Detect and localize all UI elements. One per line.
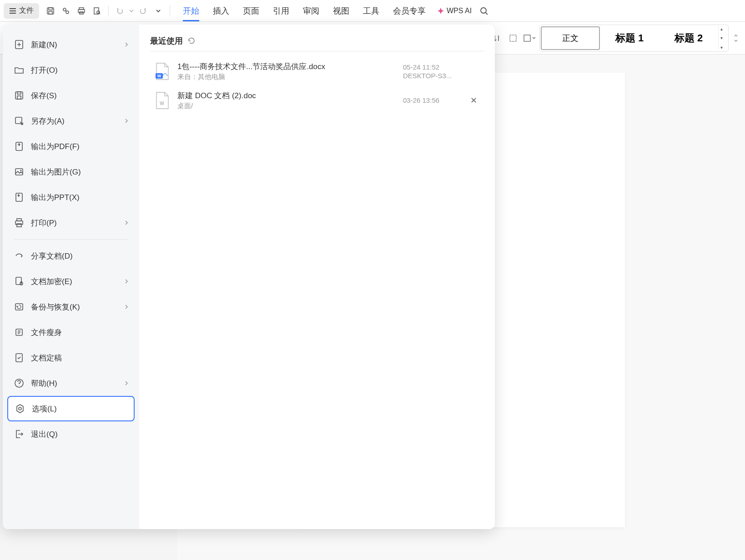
ppt-icon <box>14 192 25 203</box>
search-button[interactable] <box>476 3 492 19</box>
save-tool-button[interactable] <box>43 3 58 19</box>
menu-help[interactable]: 帮助(H) <box>7 370 135 396</box>
style-scroll-up[interactable]: ▴ <box>720 26 727 31</box>
menu-export-ppt[interactable]: 输出为PPT(X) <box>7 185 135 210</box>
file-menu-button[interactable]: 文件 <box>4 3 39 19</box>
undo-dropdown[interactable] <box>128 3 135 19</box>
check-doc-icon <box>14 352 25 363</box>
tab-page[interactable]: 页面 <box>243 0 259 21</box>
help-icon <box>14 378 25 389</box>
svg-point-15 <box>481 8 486 13</box>
svg-text:W: W <box>160 101 164 106</box>
tab-reference[interactable]: 引用 <box>273 0 289 21</box>
svg-rect-5 <box>49 11 52 14</box>
top-toolbar: 文件 开始 插入 页面 引用 审阅 视图 工具 会员专享 WPS AI <box>0 0 745 22</box>
style-heading2[interactable]: 标题 2 <box>659 26 718 50</box>
chevron-right-icon <box>125 304 128 310</box>
menu-slim[interactable]: 文件瘦身 <box>7 320 135 345</box>
tab-start[interactable]: 开始 <box>183 0 199 21</box>
menu-label: 输出为PDF(F) <box>31 141 80 152</box>
menu-finalize[interactable]: 文档定稿 <box>7 345 135 370</box>
file-source: 桌面/ <box>177 102 403 110</box>
redo-icon <box>139 7 147 15</box>
recent-item[interactable]: W 1包----商务技术文件...节活动奖品供应.docx 来自：其他电脑 05… <box>150 57 484 86</box>
tab-menu: 开始 插入 页面 引用 审阅 视图 工具 会员专享 <box>183 0 426 21</box>
menu-share[interactable]: 分享文档(D) <box>7 243 135 269</box>
menu-exit[interactable]: 退出(Q) <box>7 421 135 447</box>
svg-point-28 <box>20 170 22 171</box>
style-heading1[interactable]: 标题 1 <box>600 26 659 50</box>
menu-label: 新建(N) <box>31 40 57 50</box>
style-scroll-down[interactable]: ▾ <box>720 35 727 40</box>
svg-rect-3 <box>47 8 54 14</box>
svg-rect-32 <box>17 224 21 227</box>
refresh-icon[interactable] <box>187 37 196 45</box>
remove-recent-button[interactable]: ✕ <box>467 95 480 105</box>
chevron-right-icon <box>125 380 128 386</box>
file-meta: 05-24 11:52 DESKTOP-S3... <box>403 63 467 80</box>
backup-icon <box>14 301 25 312</box>
file-name: 1包----商务技术文件...节活动奖品供应.docx <box>177 61 403 72</box>
menu-new[interactable]: 新建(N) <box>7 32 135 57</box>
style-normal[interactable]: 正文 <box>541 26 600 50</box>
menu-options[interactable]: 选项(L) <box>7 396 135 421</box>
settings-icon <box>15 403 25 414</box>
tab-review[interactable]: 审阅 <box>303 0 319 21</box>
menu-backup[interactable]: 备份与恢复(K) <box>7 294 135 320</box>
menu-save[interactable]: 保存(S) <box>7 83 135 108</box>
menu-label: 文件瘦身 <box>31 327 62 338</box>
tab-insert[interactable]: 插入 <box>213 0 229 21</box>
border-tool[interactable] <box>523 33 536 44</box>
style-scroll-more[interactable]: ▾ <box>720 45 727 50</box>
menu-print[interactable]: 打印(P) <box>7 210 135 235</box>
svg-rect-27 <box>15 169 23 175</box>
menu-label: 文档加密(E) <box>31 276 72 287</box>
menu-label: 保存(S) <box>31 90 57 101</box>
menu-export-pdf[interactable]: 输出为PDF(F) <box>7 134 135 159</box>
menu-save-as[interactable]: 另存为(A) <box>7 108 135 134</box>
preview-icon <box>92 6 101 15</box>
menu-export-image[interactable]: 输出为图片(G) <box>7 159 135 185</box>
menu-encrypt[interactable]: 文档加密(E) <box>7 269 135 294</box>
menu-label: 打开(O) <box>31 65 58 75</box>
tab-tools[interactable]: 工具 <box>363 0 379 21</box>
folder-open-icon <box>14 65 25 75</box>
chevron-down-icon <box>129 10 134 12</box>
ai-spark-icon <box>437 7 445 15</box>
toolbar-divider <box>108 5 109 16</box>
recent-title: 最近使用 <box>150 35 183 46</box>
chevron-down-icon <box>156 9 161 13</box>
menu-open[interactable]: 打开(O) <box>7 57 135 83</box>
file-time: 05-24 11:52 <box>403 63 467 71</box>
tab-view[interactable]: 视图 <box>333 0 349 21</box>
undo-button[interactable] <box>112 3 128 19</box>
svg-text:W: W <box>157 74 161 78</box>
svg-rect-36 <box>15 304 23 310</box>
more-dropdown[interactable] <box>151 3 166 19</box>
redo-button[interactable] <box>135 3 151 19</box>
print-tool-button[interactable] <box>74 3 89 19</box>
recent-item[interactable]: W 新建 DOC 文档 (2).doc 桌面/ 03-26 13:56 ✕ <box>150 86 484 115</box>
menu-label: 备份与恢复(K) <box>31 302 80 312</box>
hamburger-icon <box>9 8 16 14</box>
select-icon <box>508 34 518 43</box>
wps-ai-button[interactable]: WPS AI <box>437 7 472 15</box>
svg-rect-10 <box>78 10 85 13</box>
preview-tool-button[interactable] <box>89 3 105 19</box>
undo-icon <box>116 7 124 15</box>
chevron-right-icon <box>125 220 128 225</box>
link-tool-button[interactable] <box>58 3 74 19</box>
style-more[interactable] <box>732 32 740 45</box>
tab-member[interactable]: 会员专享 <box>393 0 426 21</box>
select-tool[interactable] <box>507 32 519 45</box>
menu-label: 输出为PPT(X) <box>31 192 80 203</box>
link-icon <box>61 6 70 15</box>
file-side-menu: 新建(N) 打开(O) 保存(S) 另存为(A) 输出为PDF(F) 输出为图片… <box>3 25 139 529</box>
menu-label: 退出(Q) <box>31 429 58 440</box>
toolbar-divider <box>170 5 170 16</box>
chevron-right-icon <box>125 279 128 284</box>
menu-label: 选项(L) <box>32 404 57 414</box>
recent-divider <box>150 51 484 51</box>
recent-panel: 最近使用 W 1包----商务技术文件...节活动奖品供应.docx 来自：其他… <box>139 25 495 529</box>
menu-label: 打印(P) <box>31 218 57 228</box>
